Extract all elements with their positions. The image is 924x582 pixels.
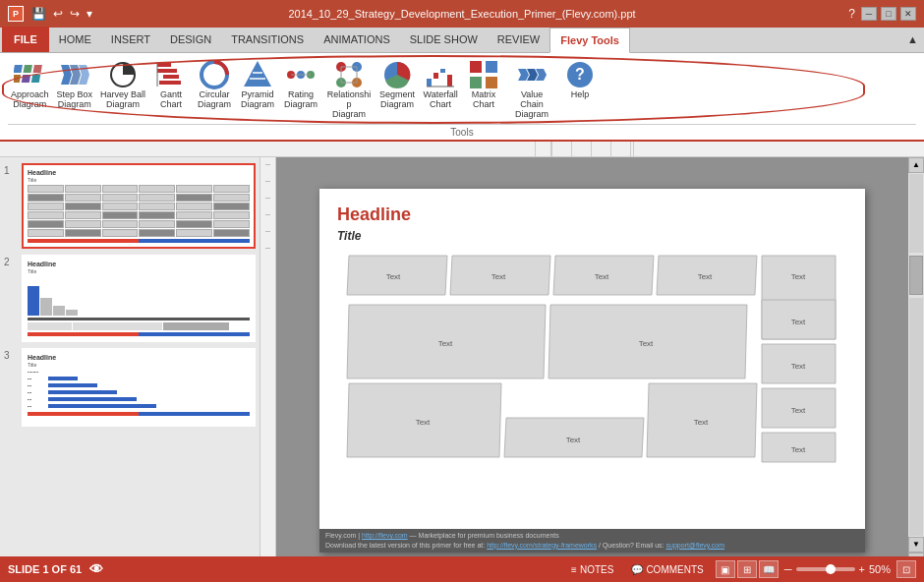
segment-diagram-btn[interactable]: SegmentDiagram: [376, 57, 418, 112]
quick-access: 💾 ↩ ↪ ▾: [29, 7, 94, 21]
tab-review[interactable]: REVIEW: [488, 27, 549, 52]
zoom-thumb: [826, 564, 836, 574]
notes-btn[interactable]: ≡ NOTES: [565, 562, 619, 577]
status-slide-info: SLIDE 1 OF 61 👁: [8, 561, 103, 577]
relationship-diagram-icon: [333, 59, 365, 90]
vertical-ruler: ──────: [260, 157, 276, 582]
svg-rect-12: [163, 75, 179, 79]
comments-btn[interactable]: 💬 COMMENTS: [625, 562, 709, 577]
tab-home[interactable]: HOME: [49, 27, 101, 52]
scroll-down-btn[interactable]: ▼: [908, 537, 924, 553]
zoom-out-btn[interactable]: ─: [784, 563, 792, 575]
rating-diagram-label: RatingDiagram: [284, 90, 318, 110]
tab-design[interactable]: DESIGN: [160, 27, 221, 52]
zoom-in-btn[interactable]: +: [859, 563, 865, 575]
tab-animations[interactable]: ANIMATIONS: [314, 27, 400, 52]
fit-slide-btn[interactable]: ⊡: [896, 560, 916, 578]
svg-text:Text: Text: [698, 272, 713, 281]
gantt-chart-label: GanttChart: [160, 90, 182, 110]
slide-canvas: Headline Title Text Text Text: [319, 189, 865, 553]
circular-diagram-label: CircularDiagram: [198, 90, 231, 110]
waterfall-chart-btn[interactable]: WaterfallChart: [420, 57, 461, 112]
slide-num-3: 3: [4, 348, 18, 361]
undo-quick-btn[interactable]: ↩: [51, 7, 65, 21]
ribbon-content: ApproachDiagram Step BoxDiagram Harvey B…: [0, 53, 924, 142]
svg-marker-16: [244, 61, 271, 87]
svg-marker-6: [61, 65, 72, 85]
step-box-label: Step BoxDiagram: [57, 90, 93, 110]
rating-diagram-icon: [285, 59, 317, 90]
help-btn[interactable]: ?: [846, 7, 857, 21]
slide-img-2[interactable]: Headline Title: [22, 255, 256, 342]
circular-diagram-btn[interactable]: CircularDiagram: [194, 57, 235, 112]
ribbon-expand-btn[interactable]: ▲: [901, 27, 924, 52]
step-box-icon: [59, 59, 90, 90]
title-bar: P 💾 ↩ ↪ ▾ 2014_10_29_Strategy_Developmen…: [0, 0, 924, 28]
help-btn-ribbon[interactable]: ? Help: [559, 57, 601, 102]
svg-text:Text: Text: [595, 272, 609, 281]
approach-diagram-btn[interactable]: ApproachDiagram: [8, 57, 52, 112]
rating-diagram-btn[interactable]: RatingDiagram: [280, 57, 321, 112]
svg-text:?: ?: [575, 66, 585, 83]
reading-view-btn[interactable]: 📖: [759, 560, 779, 578]
tab-transitions[interactable]: TRANSITIONS: [221, 27, 314, 52]
maximize-btn[interactable]: □: [881, 7, 896, 21]
svg-rect-10: [157, 63, 171, 67]
svg-rect-0: [14, 65, 23, 73]
svg-rect-33: [433, 73, 438, 79]
save-quick-btn[interactable]: 💾: [29, 7, 48, 21]
ruler-marks: [551, 142, 633, 156]
scroll-thumb[interactable]: [909, 256, 923, 295]
tab-slideshow[interactable]: SLIDE SHOW: [400, 27, 488, 52]
fishbone-svg: Text Text Text Text Text: [337, 251, 847, 467]
svg-text:Text: Text: [791, 406, 806, 415]
slide-thumb-2[interactable]: 2 Headline Title: [4, 255, 256, 342]
slide-img-3[interactable]: Headline Title ▪▪▪▪▪▪▪▪ ▪▪▪ ▪▪▪: [22, 348, 256, 427]
svg-rect-35: [447, 75, 452, 87]
value-chain-diagram-btn[interactable]: Value ChainDiagram: [506, 57, 557, 122]
customize-quick-btn[interactable]: ▾: [85, 7, 94, 21]
scroll-up-btn[interactable]: ▲: [908, 157, 924, 173]
matrix-chart-btn[interactable]: MatrixChart: [463, 57, 504, 112]
svg-text:Text: Text: [386, 272, 401, 281]
svg-text:Text: Text: [791, 272, 806, 281]
slide-thumb-3[interactable]: 3 Headline Title ▪▪▪▪▪▪▪▪ ▪▪▪ ▪▪▪: [4, 348, 256, 427]
step-box-diagram-btn[interactable]: Step BoxDiagram: [54, 57, 96, 112]
pyramid-diagram-btn[interactable]: PyramidDiagram: [237, 57, 278, 112]
slide-sorter-btn[interactable]: ⊞: [737, 560, 757, 578]
help-label: Help: [571, 90, 590, 100]
title-bar-left: P 💾 ↩ ↪ ▾: [8, 6, 94, 22]
tab-file[interactable]: FILE: [2, 27, 49, 52]
svg-marker-41: [518, 69, 529, 81]
slide-img-1[interactable]: Headline Title: [22, 163, 256, 249]
harvey-ball-label: Harvey BallDiagram: [100, 90, 145, 110]
svg-rect-34: [440, 69, 445, 73]
normal-view-btn[interactable]: ▣: [716, 560, 735, 578]
zoom-slider[interactable]: [796, 567, 855, 571]
gantt-chart-icon: [155, 59, 187, 90]
circular-diagram-icon: [199, 59, 230, 90]
view-buttons: ▣ ⊞ 📖: [716, 560, 779, 578]
close-btn[interactable]: ✕: [900, 7, 916, 21]
svg-rect-32: [427, 79, 432, 87]
slide-thumb-1[interactable]: 1 Headline Title: [4, 163, 256, 249]
vertical-scrollbar[interactable]: ▲ ▼ ▲ ▼: [908, 157, 924, 582]
svg-rect-4: [22, 75, 30, 83]
gantt-chart-btn[interactable]: GanttChart: [150, 57, 192, 112]
slide-num-1: 1: [4, 163, 18, 176]
redo-quick-btn[interactable]: ↪: [68, 7, 82, 21]
segment-diagram-icon: [381, 59, 413, 90]
ribbon-groups: ApproachDiagram Step BoxDiagram Harvey B…: [8, 57, 916, 122]
comments-icon: 💬: [631, 564, 643, 575]
minimize-btn[interactable]: ─: [861, 7, 877, 21]
matrix-chart-label: MatrixChart: [472, 90, 496, 110]
relationship-diagram-btn[interactable]: RelationshipDiagram: [323, 57, 375, 122]
svg-text:Text: Text: [639, 339, 654, 348]
harvey-ball-btn[interactable]: Harvey BallDiagram: [97, 57, 148, 112]
waterfall-chart-label: WaterfallChart: [424, 90, 458, 110]
tab-insert[interactable]: INSERT: [101, 27, 160, 52]
svg-rect-37: [470, 61, 482, 73]
harvey-ball-icon: [107, 59, 139, 90]
tab-flevy-tools[interactable]: Flevy Tools: [549, 28, 630, 53]
value-chain-diagram-label: Value ChainDiagram: [509, 90, 554, 120]
